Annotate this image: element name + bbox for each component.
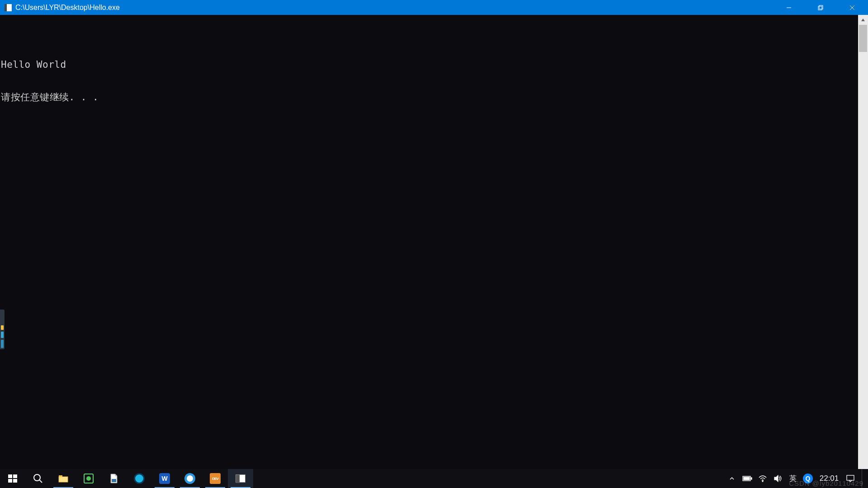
gizmo-bar-icon xyxy=(1,340,4,348)
taskbar-clock[interactable]: 22:01 xyxy=(817,474,841,483)
taskbar-item-python-file[interactable] xyxy=(101,469,127,488)
wifi-icon[interactable] xyxy=(757,469,769,488)
taskbar-item-devcpp[interactable]: DEV xyxy=(203,469,228,488)
taskbar-item-pycharm[interactable] xyxy=(76,469,101,488)
close-button[interactable] xyxy=(836,0,868,15)
taskbar-item-word[interactable]: W xyxy=(152,469,177,488)
svg-rect-1 xyxy=(819,5,823,9)
gizmo-bar-icon xyxy=(1,325,4,330)
svg-point-19 xyxy=(762,481,763,482)
svg-line-12 xyxy=(39,480,42,483)
console-icon xyxy=(234,472,247,485)
volume-icon[interactable] xyxy=(772,469,784,488)
svg-marker-5 xyxy=(861,19,865,21)
action-center-icon[interactable] xyxy=(844,469,856,488)
maximize-button[interactable] xyxy=(805,0,836,15)
window-titlebar[interactable]: C:\Users\LYR\Desktop\Hello.exe xyxy=(0,0,868,15)
browser-icon xyxy=(184,472,196,485)
taskbar-item-browser-o[interactable] xyxy=(177,469,203,488)
minimize-button[interactable] xyxy=(773,0,805,15)
quick-assist-icon[interactable]: Q xyxy=(802,469,814,488)
svg-rect-10 xyxy=(13,479,17,483)
svg-rect-15 xyxy=(112,479,116,482)
search-icon xyxy=(32,472,44,485)
vertical-scrollbar[interactable] xyxy=(858,15,868,488)
taskbar-left: W DEV xyxy=(0,469,253,488)
taskbar-item-browser-q[interactable] xyxy=(127,469,152,488)
console-line: 请按任意键继续. . . xyxy=(1,92,868,103)
console-area[interactable]: Hello World 请按任意键继续. . . xyxy=(0,15,868,488)
svg-rect-9 xyxy=(8,479,12,483)
windows-start-icon xyxy=(6,472,19,485)
console-line: Hello World xyxy=(1,59,868,70)
system-tray[interactable]: 英 Q 22:01 xyxy=(726,469,868,488)
battery-icon[interactable] xyxy=(741,469,753,488)
devcpp-icon: DEV xyxy=(209,472,222,485)
left-dock-widget[interactable] xyxy=(0,310,5,349)
taskbar-item-console[interactable] xyxy=(228,469,253,488)
svg-rect-17 xyxy=(751,478,752,479)
python-file-icon xyxy=(108,472,120,485)
console-app-icon xyxy=(5,4,12,11)
taskbar[interactable]: W DEV xyxy=(0,469,868,488)
show-desktop-button[interactable] xyxy=(862,469,865,488)
svg-rect-14 xyxy=(59,477,68,482)
taskbar-spacer xyxy=(253,469,726,488)
tray-overflow-button[interactable] xyxy=(726,469,738,488)
window-title: C:\Users\LYR\Desktop\Hello.exe xyxy=(15,4,120,12)
start-button[interactable] xyxy=(0,469,25,488)
svg-rect-2 xyxy=(818,6,822,10)
console-output: Hello World 请按任意键继续. . . xyxy=(0,37,868,124)
svg-point-11 xyxy=(34,474,40,481)
scroll-thumb[interactable] xyxy=(859,25,867,52)
pycharm-icon xyxy=(82,472,95,485)
svg-rect-7 xyxy=(8,474,12,478)
svg-marker-20 xyxy=(774,475,778,482)
folder-icon xyxy=(57,472,70,485)
browser-icon xyxy=(133,472,146,485)
svg-rect-21 xyxy=(847,475,854,480)
scroll-up-button[interactable] xyxy=(858,15,868,25)
gizmo-bar-icon xyxy=(1,332,4,338)
taskbar-item-file-explorer[interactable] xyxy=(51,469,76,488)
svg-rect-8 xyxy=(13,474,17,478)
word-icon: W xyxy=(158,472,171,485)
search-button[interactable] xyxy=(25,469,51,488)
ime-indicator[interactable]: 英 xyxy=(788,474,798,483)
svg-rect-18 xyxy=(744,477,750,480)
